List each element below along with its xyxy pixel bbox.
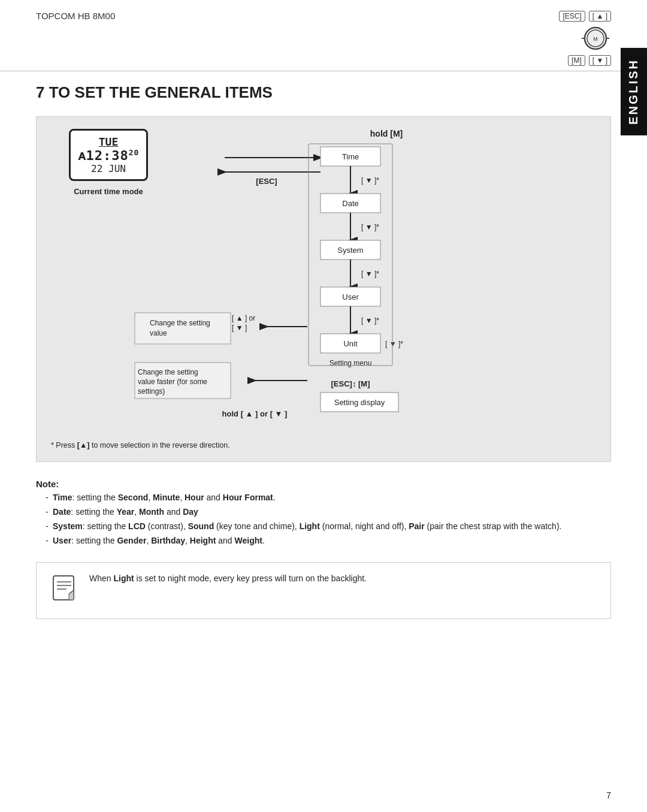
- header-buttons: [ESC] [ ▲ ] M [M] [ ▼ ]: [559, 11, 611, 66]
- svg-text:M: M: [593, 36, 598, 42]
- watch-date: 22 JUN: [78, 163, 140, 174]
- section-title: 7 TO SET THE GENERAL ITEMS: [36, 83, 611, 102]
- header-title: TOPCOM HB 8M00: [36, 11, 115, 21]
- svg-text:Date: Date: [342, 199, 358, 208]
- section-heading: TO SET THE GENERAL ITEMS: [49, 83, 273, 101]
- svg-rect-32: [135, 313, 231, 344]
- svg-text:value faster (for some: value faster (for some: [138, 378, 207, 386]
- svg-text:[ ▼ ]*: [ ▼ ]*: [361, 176, 379, 185]
- page-number: 7: [606, 790, 611, 800]
- header-btn-row-bottom: [M] [ ▼ ]: [568, 55, 611, 66]
- note-section: Note: Time: setting the Second, Minute, …: [36, 479, 611, 545]
- down-button-label: [ ▼ ]: [589, 55, 611, 66]
- watch-day: TUE: [78, 135, 140, 148]
- diagram-container: TUE ᴀ12:3820 22 JUN Current time mode ho…: [36, 116, 611, 462]
- header: TOPCOM HB 8M00 [ESC] [ ▲ ] M [M] [ ▼ ]: [0, 0, 647, 71]
- svg-text:[ ▼ ]*: [ ▼ ]*: [361, 316, 379, 325]
- note-title: Note:: [36, 479, 611, 489]
- svg-text:value: value: [150, 329, 167, 337]
- note-book-icon: [49, 572, 80, 609]
- svg-text:[ESC]↕  [M]: [ESC]↕ [M]: [331, 379, 370, 388]
- svg-text:User: User: [342, 292, 359, 301]
- light-note-text: When Light is set to night mode, every k…: [89, 572, 367, 585]
- m-button-label: [M]: [568, 55, 585, 66]
- header-btn-row-top: [ESC] [ ▲ ]: [559, 11, 611, 22]
- svg-text:[ ▼ ]*: [ ▼ ]*: [385, 340, 403, 348]
- svg-text:System: System: [337, 246, 363, 255]
- watch-icon: M: [580, 23, 611, 54]
- svg-text:Setting menu: Setting menu: [329, 359, 372, 367]
- svg-text:Unit: Unit: [343, 339, 358, 348]
- esc-button-label: [ESC]: [559, 11, 585, 22]
- up-button-label: [ ▲ ]: [589, 11, 611, 22]
- english-tab: ENGLISH: [621, 48, 647, 135]
- note-item-system: System: setting the LCD (contrast), Soun…: [46, 521, 611, 531]
- light-note-box: When Light is set to night mode, every k…: [36, 562, 611, 619]
- watch-face: TUE ᴀ12:3820 22 JUN: [69, 129, 149, 181]
- svg-text:[ ▼ ]*: [ ▼ ]*: [361, 223, 379, 231]
- note-item-date: Date: setting the Year, Month and Day: [46, 507, 611, 517]
- note-item-user: User: setting the Gender, Birthday, Heig…: [46, 536, 611, 545]
- svg-text:[ESC]: [ESC]: [256, 177, 277, 186]
- svg-text:Change the setting: Change the setting: [138, 368, 198, 376]
- watch-display-area: TUE ᴀ12:3820 22 JUN Current time mode: [49, 129, 168, 196]
- svg-text:[ ▲ ] or: [ ▲ ] or: [232, 314, 255, 322]
- page-content: 7 TO SET THE GENERAL ITEMS TUE ᴀ12:3820 …: [0, 71, 647, 643]
- notebook-svg: [49, 572, 80, 603]
- hold-m-label: hold [M]: [174, 129, 598, 138]
- svg-text:[ ▼ ]*: [ ▼ ]*: [361, 270, 379, 278]
- note-item-time: Time: setting the Second, Minute, Hour a…: [46, 493, 611, 502]
- svg-text:Change the setting: Change the setting: [150, 319, 210, 327]
- flow-diagram-svg: [ESC] Time [ ▼ ]* Date [ ▼ ]*: [174, 141, 598, 434]
- current-time-label: Current time mode: [74, 187, 143, 196]
- note-list: Time: setting the Second, Minute, Hour a…: [36, 493, 611, 545]
- svg-text:settings): settings): [138, 387, 165, 396]
- section-number: 7: [36, 83, 44, 101]
- svg-text:hold [ ▲ ] or [ ▼ ]: hold [ ▲ ] or [ ▼ ]: [222, 409, 288, 418]
- footnote: * Press [▲] to move selection in the rev…: [49, 441, 598, 449]
- svg-text:Setting display: Setting display: [334, 398, 385, 407]
- svg-text:[ ▼ ]: [ ▼ ]: [232, 324, 247, 332]
- svg-text:Time: Time: [342, 152, 359, 161]
- watch-time: ᴀ12:3820: [78, 148, 140, 163]
